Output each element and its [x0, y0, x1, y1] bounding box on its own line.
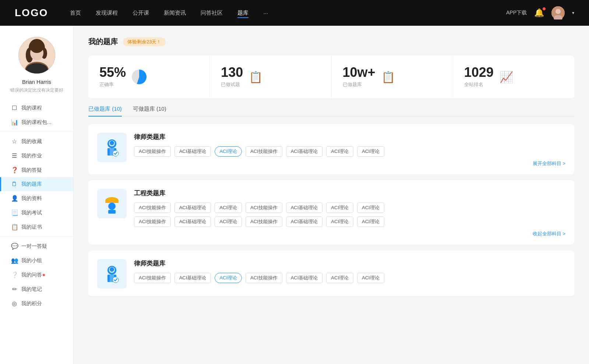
lawyer-bank-tags: ACI技能操作 ACI基础理论 ACI理论 ACI技能操作 ACI基础理论 AC… [134, 146, 565, 157]
note-green-icon: 📋 [249, 71, 262, 83]
eng-tag-6[interactable]: ACI理论 [326, 203, 353, 213]
engineer-bank-title: 工程类题库 [134, 189, 565, 197]
engineer-bank-expand[interactable]: 收起全部科目 > [134, 231, 565, 237]
l2-tag-active[interactable]: ACI理论 [215, 273, 242, 283]
nav-home[interactable]: 首页 [70, 8, 81, 18]
l2-tag-1[interactable]: ACI技能操作 [134, 273, 171, 283]
sidebar-item-oneonone[interactable]: 💬 一对一答疑 [0, 239, 73, 253]
nav-qa[interactable]: 问答社区 [201, 8, 223, 18]
engineer-icon [102, 193, 122, 214]
sidebar-username: Brian Harris [22, 79, 51, 85]
sidebar-item-coursepack[interactable]: 📊 我的课程包... [0, 115, 73, 129]
eng-tag-9[interactable]: ACI基础理论 [174, 217, 211, 227]
tag-aci-basic-2[interactable]: ACI基础理论 [286, 146, 323, 157]
l2-tag-4[interactable]: ACI技能操作 [246, 273, 282, 283]
myqa-icon: ❔ [11, 271, 18, 278]
sidebar-item-questions[interactable]: ❓ 我的答疑 [0, 163, 73, 177]
eng-tag-8[interactable]: ACI技能操作 [134, 217, 171, 227]
eng-tag-3[interactable]: ACI理论 [215, 203, 242, 213]
sidebar-item-favorites[interactable]: ☆ 我的收藏 [0, 134, 73, 149]
l2-tag-6[interactable]: ACI理论 [326, 273, 353, 283]
bank-card-engineer: 工程类题库 ACI技能操作 ACI基础理论 ACI理论 ACI技能操作 ACI基… [88, 180, 574, 245]
avatar-icon [551, 6, 565, 19]
lawyer-icon [102, 137, 122, 158]
nav-discover[interactable]: 发现课程 [96, 8, 118, 18]
sidebar-item-bank[interactable]: 🗒 我的题库 [0, 177, 73, 191]
page-title: 我的题库 [88, 37, 118, 47]
nav-bank[interactable]: 题库 [237, 8, 248, 18]
sidebar-avatar [18, 37, 55, 74]
lawyer2-icon-wrap [97, 259, 127, 289]
svg-point-29 [113, 277, 119, 283]
sidebar-item-notes[interactable]: ✏ 我的笔记 [0, 282, 73, 296]
notification-bell[interactable]: 🔔 [534, 8, 544, 18]
sidebar-divider-1 [0, 132, 73, 132]
chart-red-icon: 📈 [500, 71, 513, 83]
eng-tag-2[interactable]: ACI基础理论 [174, 203, 211, 213]
navbar-right: APP下载 🔔 ▾ [506, 6, 574, 19]
tag-aci-theory-active[interactable]: ACI理论 [215, 146, 242, 157]
tab-done-banks[interactable]: 已做题库 (10) [88, 106, 122, 116]
lawyer-bank-body: 律师类题库 ACI技能操作 ACI基础理论 ACI理论 ACI技能操作 ACI基… [134, 133, 565, 167]
group-icon: 👥 [11, 257, 18, 264]
sidebar-item-group[interactable]: 👥 我的小组 [0, 253, 73, 268]
done-banks-value: 10w+ 已做题库 [343, 66, 375, 88]
l2-tag-7[interactable]: ACI理论 [357, 273, 384, 283]
oneonone-icon: 💬 [11, 243, 18, 250]
eng-tag-7[interactable]: ACI理论 [357, 203, 384, 213]
tag-aci-skill-2[interactable]: ACI技能操作 [246, 146, 282, 157]
course-icon: ☐ [11, 104, 18, 111]
stat-done-questions: 130 已做试题 📋 [210, 56, 331, 98]
tag-aci-theory-2[interactable]: ACI理论 [326, 146, 353, 157]
l2-tag-5[interactable]: ACI基础理论 [286, 273, 323, 283]
tag-aci-basic-1[interactable]: ACI基础理论 [174, 146, 211, 157]
eng-tag-5[interactable]: ACI基础理论 [286, 203, 323, 213]
bank-card-lawyer-1: 律师类题库 ACI技能操作 ACI基础理论 ACI理论 ACI技能操作 ACI基… [88, 124, 574, 174]
svg-rect-23 [108, 210, 116, 214]
sidebar-menu: ☐ 我的课程 📊 我的课程包... ☆ 我的收藏 ☰ 我的作业 ❓ 我的答疑 🗒 [0, 101, 73, 311]
qa-dot [43, 274, 45, 276]
eng-tag-14[interactable]: ACI理论 [357, 217, 384, 227]
points-icon: ◎ [11, 300, 18, 307]
sidebar-item-myqa[interactable]: ❔ 我的问答 [0, 268, 73, 282]
lawyer-bank-expand[interactable]: 展开全部科目 > [134, 160, 565, 167]
l2-tag-2[interactable]: ACI基础理论 [174, 273, 211, 283]
app-download-button[interactable]: APP下载 [506, 10, 527, 16]
sidebar-item-exam[interactable]: 📃 我的考试 [0, 206, 73, 220]
nav-more[interactable]: ··· [263, 8, 268, 18]
eng-tag-12[interactable]: ACI基础理论 [286, 217, 323, 227]
eng-tag-11[interactable]: ACI技能操作 [246, 217, 282, 227]
sidebar-slogan: 错误的决定比没有决定要好 [7, 87, 67, 93]
bank-icon: 🗒 [11, 181, 18, 188]
lawyer2-bank-body: 律师类题库 ACI技能操作 ACI基础理论 ACI理论 ACI技能操作 ACI基… [134, 259, 565, 283]
sidebar-item-profile[interactable]: 👤 我的资料 [0, 191, 73, 206]
lawyer2-icon [102, 264, 122, 284]
sidebar-item-certificate[interactable]: 📋 我的证书 [0, 220, 73, 234]
avatar-dropdown-arrow[interactable]: ▾ [572, 10, 574, 15]
sidebar-avatar-image [18, 37, 55, 74]
exam-icon: 📃 [11, 209, 18, 216]
profile-icon: 👤 [11, 195, 18, 202]
eng-tag-4[interactable]: ACI技能操作 [246, 203, 282, 213]
engineer-bank-tags-row1: ACI技能操作 ACI基础理论 ACI理论 ACI技能操作 ACI基础理论 AC… [134, 203, 565, 213]
eng-tag-10[interactable]: ACI理论 [215, 217, 242, 227]
logo: LOGO [15, 7, 48, 19]
notification-dot [543, 7, 546, 10]
lawyer-icon-wrap [97, 133, 127, 162]
sidebar-item-points[interactable]: ◎ 我的积分 [0, 296, 73, 311]
certificate-icon: 📋 [11, 224, 18, 231]
eng-tag-1[interactable]: ACI技能操作 [134, 203, 171, 213]
nav-links: 首页 发现课程 公开课 新闻资讯 问答社区 题库 ··· [70, 8, 506, 18]
stats-row: 55% 正确率 130 已做试题 📋 10w+ 已做题库 📋 [88, 56, 574, 98]
tag-aci-theory-3[interactable]: ACI理论 [357, 146, 384, 157]
sidebar-item-mycourse[interactable]: ☐ 我的课程 [0, 101, 73, 115]
question-icon: ❓ [11, 167, 18, 174]
homework-icon: ☰ [11, 152, 18, 159]
nav-news[interactable]: 新闻资讯 [164, 8, 186, 18]
sidebar-item-homework[interactable]: ☰ 我的作业 [0, 149, 73, 163]
avatar[interactable] [551, 6, 565, 19]
nav-opencourse[interactable]: 公开课 [133, 8, 149, 18]
tab-available-banks[interactable]: 可做题库 (10) [133, 106, 166, 116]
tag-aci-skill-1[interactable]: ACI技能操作 [134, 146, 171, 157]
eng-tag-13[interactable]: ACI理论 [326, 217, 353, 227]
